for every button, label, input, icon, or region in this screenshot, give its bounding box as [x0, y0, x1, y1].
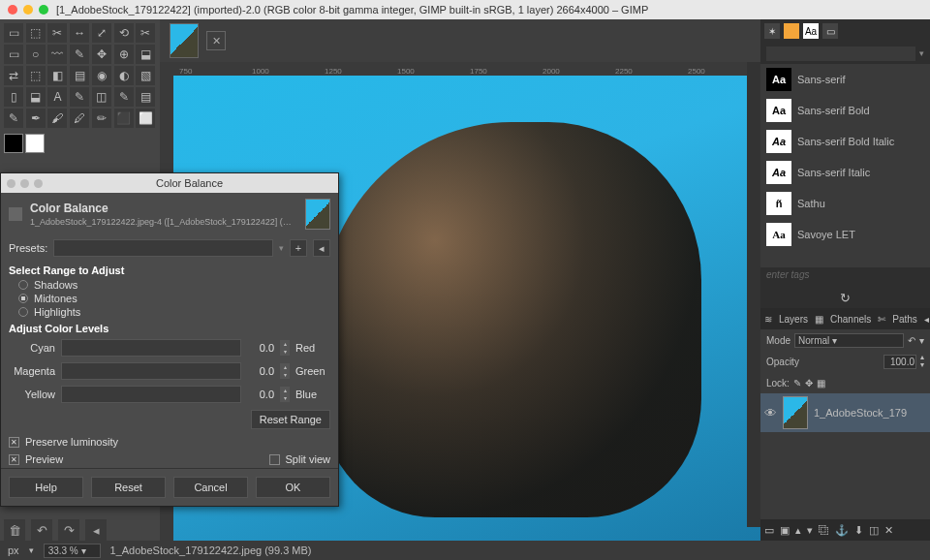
tool-button-33[interactable]: ⬛	[114, 109, 134, 128]
tool-button-8[interactable]: ○	[26, 45, 46, 64]
paths-tab-icon[interactable]: ✄	[878, 314, 885, 325]
mode-select[interactable]: Normal ▾	[794, 333, 904, 348]
tool-button-30[interactable]: 🖌	[47, 109, 67, 128]
tool-button-17[interactable]: ▤	[70, 66, 89, 85]
close-image-tab-button[interactable]: ✕	[206, 31, 226, 50]
presets-select[interactable]	[53, 239, 273, 257]
panel-menu-icon[interactable]: ◂	[85, 519, 107, 541]
redo-icon[interactable]: ↷	[58, 519, 79, 541]
tool-button-6[interactable]: ✂	[136, 23, 155, 43]
dialog-maximize-button[interactable]	[34, 179, 43, 188]
tool-button-18[interactable]: ◉	[92, 66, 111, 85]
slider-spinner[interactable]: ▴▾	[280, 340, 290, 356]
new-layer-icon[interactable]: ▭	[764, 524, 774, 537]
layers-tab[interactable]: Layers	[776, 312, 811, 327]
tool-button-14[interactable]: ⇄	[4, 66, 23, 85]
minimize-window-button[interactable]	[23, 5, 33, 15]
channels-tab[interactable]: Channels	[827, 312, 874, 327]
preserve-luminosity-row[interactable]: ✕ Preserve luminosity	[1, 433, 338, 451]
tool-button-11[interactable]: ✥	[92, 45, 111, 64]
chevron-down-icon[interactable]: ▾	[915, 48, 924, 58]
tool-button-19[interactable]: ◐	[114, 66, 134, 85]
maximize-window-button[interactable]	[39, 5, 48, 15]
font-item[interactable]: AaSans-serif Bold Italic	[760, 126, 930, 157]
ok-button[interactable]: OK	[256, 477, 330, 498]
raise-layer-icon[interactable]: ▴	[795, 524, 801, 537]
radio-icon[interactable]	[18, 280, 28, 290]
tool-button-21[interactable]: ▯	[4, 87, 23, 107]
fg-color-swatch[interactable]	[4, 134, 23, 153]
fonts-tab-icon[interactable]: Aa	[803, 23, 819, 39]
tool-button-34[interactable]: ⬜	[136, 109, 155, 128]
brushes-tab-icon[interactable]: ✶	[764, 23, 780, 39]
tags-input[interactable]: enter tags	[760, 267, 930, 287]
help-button[interactable]: Help	[9, 477, 83, 498]
tool-button-31[interactable]: 🖊	[70, 109, 89, 128]
preserve-luminosity-checkbox[interactable]: ✕	[9, 437, 19, 448]
range-radio-shadows[interactable]: Shadows	[18, 278, 321, 292]
channels-tab-icon[interactable]: ▦	[815, 314, 823, 325]
vertical-scrollbar[interactable]	[747, 62, 760, 527]
mode-reset-icon[interactable]: ↶	[908, 335, 915, 346]
delete-icon[interactable]: 🗑	[4, 519, 25, 541]
tool-button-23[interactable]: A	[47, 87, 67, 107]
tool-button-20[interactable]: ▧	[136, 66, 155, 85]
slider-spinner[interactable]: ▴▾	[280, 363, 290, 379]
paths-tab[interactable]: Paths	[889, 312, 920, 327]
merge-layer-icon[interactable]: ⬇	[854, 524, 863, 537]
unit-label[interactable]: px	[8, 544, 19, 556]
tool-button-5[interactable]: ⟲	[114, 23, 134, 43]
layers-tab-icon[interactable]: ≋	[764, 314, 772, 325]
lock-pixels-icon[interactable]: ✎	[793, 378, 801, 389]
tool-button-26[interactable]: ✎	[114, 87, 134, 107]
close-window-button[interactable]	[8, 5, 17, 15]
tool-button-27[interactable]: ▤	[136, 87, 155, 107]
lock-position-icon[interactable]: ✥	[805, 378, 813, 389]
panel-menu-icon[interactable]: ◂	[924, 314, 929, 325]
slider-track[interactable]	[61, 362, 241, 380]
tool-button-7[interactable]: ▭	[4, 45, 23, 64]
tool-button-22[interactable]: ⬓	[26, 87, 46, 107]
chevron-down-icon[interactable]: ▾	[279, 243, 284, 253]
delete-layer-icon[interactable]: ✕	[884, 524, 893, 537]
preview-checkbox[interactable]: ✕	[9, 454, 19, 465]
font-list[interactable]: AaSans-serifAaSans-serif BoldAaSans-seri…	[760, 64, 930, 267]
history-tab-icon[interactable]: ▭	[822, 23, 838, 39]
font-item[interactable]: AaSavoye LET	[760, 219, 930, 250]
add-preset-button[interactable]: +	[290, 239, 307, 257]
refresh-icon[interactable]: ↻	[840, 291, 851, 305]
visibility-eye-icon[interactable]: 👁	[764, 406, 777, 420]
slider-spinner[interactable]: ▴▾	[280, 387, 290, 402]
tool-button-28[interactable]: ✎	[4, 109, 23, 128]
dialog-close-button[interactable]	[7, 179, 16, 188]
tool-button-9[interactable]: 〰	[47, 45, 67, 64]
preset-menu-button[interactable]: ◂	[313, 239, 330, 257]
radio-icon[interactable]	[18, 307, 28, 317]
slider-track[interactable]	[61, 339, 241, 357]
tool-button-1[interactable]: ⬚	[26, 23, 46, 43]
slider-track[interactable]	[61, 386, 241, 403]
font-filter-input[interactable]	[766, 47, 915, 61]
reset-range-button[interactable]: Reset Range	[251, 410, 330, 429]
tool-button-24[interactable]: ✎	[70, 87, 89, 107]
tool-button-29[interactable]: ✒	[26, 109, 46, 128]
cancel-button[interactable]: Cancel	[173, 477, 248, 498]
opacity-input[interactable]	[884, 355, 916, 369]
range-radio-highlights[interactable]: Highlights	[18, 305, 321, 319]
zoom-select[interactable]: 33.3 % ▾	[44, 544, 101, 558]
dialog-titlebar[interactable]: Color Balance	[1, 173, 338, 193]
tool-button-16[interactable]: ◧	[47, 66, 67, 85]
font-item[interactable]: AaSans-serif Italic	[760, 157, 930, 188]
tool-button-10[interactable]: ✎	[70, 45, 89, 64]
image-tab-thumbnail[interactable]	[170, 23, 199, 58]
tool-button-3[interactable]: ↔	[70, 23, 89, 43]
duplicate-layer-icon[interactable]: ⿻	[819, 524, 829, 536]
layer-row[interactable]: 👁 1_AdobeStock_179	[760, 393, 930, 432]
range-radio-midtones[interactable]: Midtones	[18, 292, 321, 305]
preview-row[interactable]: ✕ Preview Split view	[1, 451, 338, 468]
tool-button-13[interactable]: ⬓	[136, 45, 155, 64]
layer-name[interactable]: 1_AdobeStock_179	[814, 407, 907, 419]
mask-layer-icon[interactable]: ◫	[869, 524, 879, 537]
undo-icon[interactable]: ↶	[31, 519, 52, 541]
anchor-layer-icon[interactable]: ⚓	[835, 524, 849, 537]
